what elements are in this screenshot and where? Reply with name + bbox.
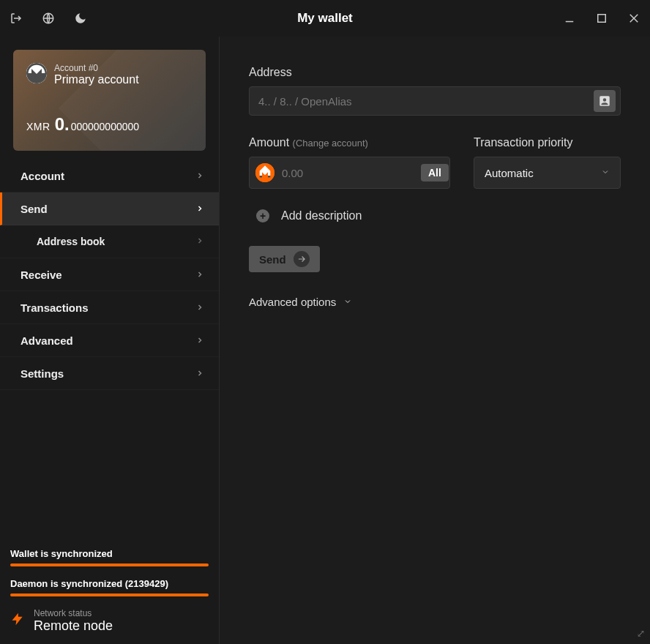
nav-transactions[interactable]: Transactions	[0, 291, 219, 324]
chevron-right-icon	[195, 302, 204, 314]
amount-input-wrap: All	[249, 157, 450, 189]
account-id: Account #0	[54, 63, 139, 73]
priority-label: Transaction priority	[474, 136, 621, 149]
nav-label: Receive	[20, 269, 62, 281]
nav-label: Transactions	[20, 302, 89, 314]
balance-whole: 0.	[55, 114, 70, 135]
sidebar: Account #0 Primary account XMR 0. 000000…	[0, 37, 220, 644]
network-status-label: Network status	[34, 608, 113, 618]
sidebar-status: Wallet is synchronized Daemon is synchro…	[0, 541, 219, 644]
exit-icon[interactable]	[9, 11, 23, 26]
nav: Account Send Address book Receive Transa…	[0, 160, 219, 541]
chevron-down-icon	[601, 167, 610, 179]
moon-icon[interactable]	[73, 11, 88, 26]
chevron-right-icon	[195, 236, 204, 247]
address-label: Address	[249, 66, 621, 79]
advanced-options-toggle[interactable]: Advanced options	[249, 296, 621, 308]
minimize-icon[interactable]	[562, 11, 577, 26]
add-description-button[interactable]: + Add description	[256, 209, 621, 222]
balance-fraction: 000000000000	[71, 121, 139, 132]
nav-label: Settings	[20, 367, 64, 380]
resize-grip-icon[interactable]: ⤡	[635, 629, 647, 638]
svg-rect-2	[598, 15, 606, 23]
chevron-right-icon	[195, 170, 204, 182]
chevron-right-icon	[195, 269, 204, 281]
monero-logo-icon	[26, 63, 47, 83]
all-button[interactable]: All	[421, 164, 449, 181]
nav-address-book[interactable]: Address book	[0, 225, 219, 258]
monero-icon	[255, 163, 274, 182]
send-button[interactable]: Send	[249, 246, 320, 272]
add-description-label: Add description	[281, 209, 362, 222]
nav-receive[interactable]: Receive	[0, 258, 219, 291]
priority-select[interactable]: Automatic	[474, 157, 621, 189]
amount-label: Amount (Change account)	[249, 136, 450, 149]
address-input[interactable]	[258, 95, 594, 108]
network-status-value: Remote node	[34, 618, 113, 634]
window-title: My wallet	[88, 11, 562, 26]
account-name: Primary account	[54, 73, 139, 86]
nav-label: Send	[20, 203, 48, 215]
close-icon[interactable]	[627, 11, 641, 26]
address-book-button[interactable]	[594, 90, 616, 112]
daemon-sync-progress	[10, 594, 209, 596]
send-button-label: Send	[259, 253, 286, 266]
wallet-sync-label: Wallet is synchronized	[10, 548, 209, 559]
advanced-options-label: Advanced options	[249, 296, 336, 308]
nav-advanced[interactable]: Advanced	[0, 324, 219, 357]
wallet-sync-progress	[10, 564, 209, 566]
address-input-wrap	[249, 86, 621, 116]
nav-account[interactable]: Account	[0, 160, 219, 192]
plus-icon: +	[256, 209, 269, 222]
send-panel: Address Amount (Change account)	[220, 37, 650, 644]
titlebar: My wallet	[0, 0, 650, 37]
balance: XMR 0. 000000000000	[26, 114, 139, 135]
nav-label: Advanced	[20, 334, 73, 347]
nav-label: Address book	[37, 236, 105, 247]
nav-label: Account	[20, 170, 64, 182]
nav-send[interactable]: Send	[0, 192, 219, 225]
chevron-right-icon	[195, 203, 204, 215]
amount-input[interactable]	[282, 167, 421, 179]
currency-label: XMR	[26, 121, 51, 132]
globe-icon[interactable]	[41, 11, 56, 26]
account-card[interactable]: Account #0 Primary account XMR 0. 000000…	[13, 50, 206, 151]
network-status[interactable]: Network status Remote node	[10, 608, 209, 634]
bolt-icon	[10, 609, 25, 634]
change-account-link[interactable]: (Change account)	[293, 138, 368, 149]
arrow-right-icon	[294, 251, 310, 267]
priority-value: Automatic	[485, 167, 601, 179]
chevron-right-icon	[195, 367, 204, 380]
maximize-icon[interactable]	[594, 11, 609, 26]
chevron-right-icon	[195, 334, 204, 347]
nav-settings[interactable]: Settings	[0, 357, 219, 390]
chevron-down-icon	[343, 296, 352, 308]
daemon-sync-label: Daemon is synchronized (2139429)	[10, 578, 209, 589]
